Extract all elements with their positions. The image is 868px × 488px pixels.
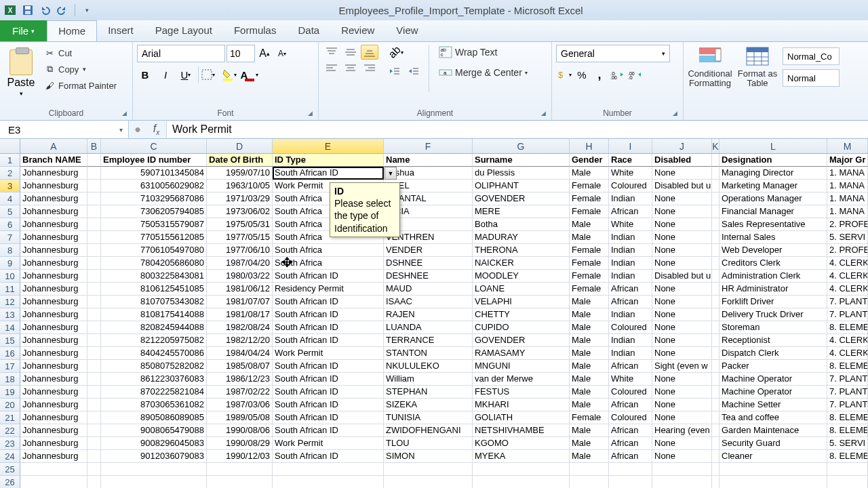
row-header[interactable]: 25 xyxy=(0,463,20,476)
data-cell[interactable] xyxy=(87,399,101,411)
data-cell[interactable]: Male xyxy=(570,347,609,360)
data-cell[interactable]: None xyxy=(652,308,712,321)
data-cell[interactable] xyxy=(87,257,101,270)
increase-decimal-icon[interactable]: .0.00 xyxy=(609,66,625,83)
data-cell[interactable]: Coloured xyxy=(609,180,652,192)
data-cell[interactable]: 5. SERVI xyxy=(827,231,868,244)
fx-icon[interactable]: fx xyxy=(146,121,167,138)
data-cell[interactable]: THERONA xyxy=(473,244,570,257)
borders-button[interactable]: ▾ xyxy=(198,66,217,83)
data-cell[interactable] xyxy=(473,463,570,476)
align-middle-icon[interactable] xyxy=(342,45,359,60)
data-cell[interactable]: 1963/10/05 xyxy=(207,180,273,192)
data-cell[interactable] xyxy=(87,373,101,386)
data-cell[interactable]: GOVENDER xyxy=(473,334,570,347)
row-header[interactable]: 26 xyxy=(0,476,20,488)
data-cell[interactable]: Residency Permit xyxy=(273,283,384,296)
data-cell[interactable]: Botha xyxy=(473,218,570,231)
data-cell[interactable]: 5. SERVI xyxy=(827,437,868,450)
data-cell[interactable]: None xyxy=(652,244,712,257)
data-cell[interactable]: None xyxy=(652,296,712,308)
tab-insert[interactable]: Insert xyxy=(97,20,144,41)
data-cell[interactable]: 1990/08/29 xyxy=(207,437,273,450)
cell-style-normal-co[interactable]: Normal_Co xyxy=(783,47,840,65)
percent-format-icon[interactable]: % xyxy=(574,66,590,83)
data-cell[interactable]: Indian xyxy=(609,270,652,283)
data-cell[interactable]: Work Permit xyxy=(273,437,384,450)
data-cell[interactable]: KGOMO xyxy=(473,437,570,450)
data-cell[interactable]: South African ID xyxy=(273,360,384,373)
data-cell[interactable]: Financial Manager xyxy=(719,205,827,218)
data-cell[interactable]: Coloured xyxy=(609,321,652,334)
copy-button[interactable]: ⧉Copy▾ xyxy=(41,62,119,76)
font-launcher-icon[interactable]: ◢ xyxy=(308,110,316,118)
data-cell[interactable] xyxy=(712,399,719,411)
data-cell[interactable]: 8702225821084 xyxy=(101,386,207,399)
data-cell[interactable]: 8108175414088 xyxy=(101,308,207,321)
data-cell[interactable]: William xyxy=(384,373,473,386)
row-header[interactable]: 19 xyxy=(0,386,20,399)
data-cell[interactable]: 7804205686080 xyxy=(101,257,207,270)
row-header[interactable]: 23 xyxy=(0,437,20,450)
data-cell[interactable]: Administration Clerk xyxy=(719,270,827,283)
data-cell[interactable]: Male xyxy=(570,399,609,411)
data-cell[interactable]: Johannesburg xyxy=(20,334,87,347)
tab-home[interactable]: Home xyxy=(47,20,97,41)
data-cell[interactable]: STANTON xyxy=(384,347,473,360)
data-cell[interactable]: Disabled but u xyxy=(652,270,712,283)
data-cell[interactable]: Female xyxy=(570,192,609,205)
data-cell[interactable] xyxy=(273,476,384,488)
data-cell[interactable]: Marketing Manager xyxy=(719,180,827,192)
data-cell[interactable]: 1971/03/29 xyxy=(207,192,273,205)
data-cell[interactable]: Dispatch Clerk xyxy=(719,347,827,360)
data-cell[interactable] xyxy=(652,476,712,488)
data-cell[interactable] xyxy=(87,424,101,437)
data-cell[interactable] xyxy=(712,373,719,386)
data-cell[interactable]: Indian xyxy=(609,308,652,321)
data-cell[interactable]: 8612230376083 xyxy=(101,373,207,386)
data-cell[interactable]: Johannesburg xyxy=(20,411,87,424)
data-cell[interactable]: Johannesburg xyxy=(20,386,87,399)
merge-center-button[interactable]: aMerge & Center▾ xyxy=(436,65,530,80)
paste-button[interactable]: Paste ▾ xyxy=(4,45,38,102)
data-cell[interactable] xyxy=(87,321,101,334)
data-cell[interactable] xyxy=(712,205,719,218)
data-cell[interactable] xyxy=(87,386,101,399)
data-cell[interactable] xyxy=(87,270,101,283)
conditional-formatting-button[interactable]: Conditional Formatting xyxy=(688,45,732,89)
data-cell[interactable]: Johannesburg xyxy=(20,244,87,257)
row-header[interactable]: 24 xyxy=(0,450,20,463)
data-cell[interactable]: South African ID xyxy=(273,373,384,386)
italic-button[interactable]: I xyxy=(157,66,174,83)
data-cell[interactable]: Female xyxy=(570,283,609,296)
data-cell[interactable]: 1981/07/07 xyxy=(207,296,273,308)
data-cell[interactable]: Indian xyxy=(609,231,652,244)
data-cell[interactable]: Tea and coffee xyxy=(719,411,827,424)
number-format-combo[interactable]: General▾ xyxy=(556,45,670,62)
header-cell[interactable]: Major Gr xyxy=(827,154,868,167)
data-cell[interactable]: 9008296045083 xyxy=(101,437,207,450)
data-cell[interactable]: Johannesburg xyxy=(20,167,87,180)
data-cell[interactable]: 7. PLANT xyxy=(827,308,868,321)
data-cell[interactable]: Johannesburg xyxy=(20,321,87,334)
row-header[interactable]: 2 xyxy=(0,167,20,180)
data-cell[interactable]: LOANE xyxy=(473,283,570,296)
wrap-text-button[interactable]: abcWrap Text xyxy=(436,45,530,60)
data-cell[interactable]: 8107075343082 xyxy=(101,296,207,308)
row-header[interactable]: 14 xyxy=(0,321,20,334)
header-cell[interactable]: Gender xyxy=(570,154,609,167)
column-header[interactable]: L xyxy=(719,139,827,153)
data-cell[interactable]: HR Administrator xyxy=(719,283,827,296)
data-cell[interactable]: 7706105497080 xyxy=(101,244,207,257)
data-cell[interactable] xyxy=(87,231,101,244)
name-box[interactable]: E3 xyxy=(0,121,129,138)
data-cell[interactable]: South African ID xyxy=(273,386,384,399)
data-cell[interactable]: None xyxy=(652,192,712,205)
data-cell[interactable]: CHETTY xyxy=(473,308,570,321)
data-cell[interactable]: South African ID xyxy=(273,411,384,424)
data-cell[interactable]: None xyxy=(652,231,712,244)
data-cell[interactable]: GOLIATH xyxy=(473,411,570,424)
data-cell[interactable]: Joshua xyxy=(384,167,473,180)
data-cell[interactable]: 7. PLANT xyxy=(827,373,868,386)
align-center-icon[interactable] xyxy=(342,61,359,76)
